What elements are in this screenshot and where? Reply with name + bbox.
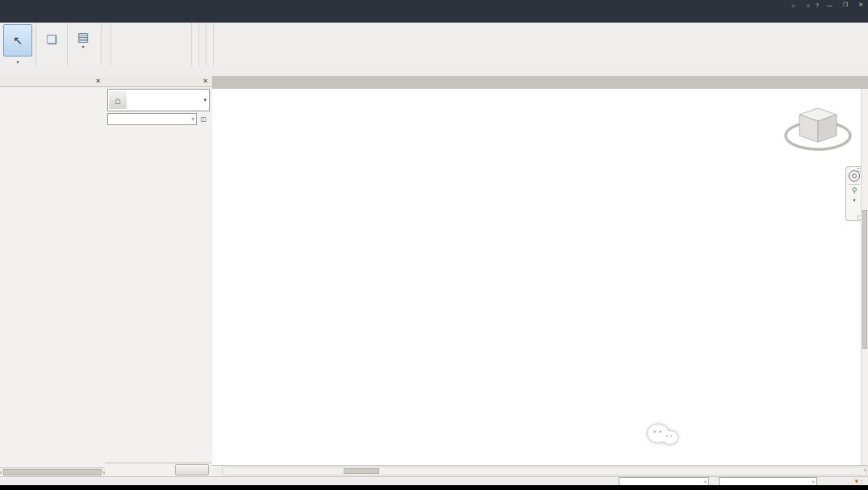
minimize-icon[interactable]: — xyxy=(824,2,835,8)
clipboard-panel-label xyxy=(68,57,101,66)
chevron-down-icon: ˅ xyxy=(191,116,194,122)
app-store-icon[interactable]: ⌂ xyxy=(807,2,810,8)
select-panel-label[interactable]: ▾ xyxy=(0,58,35,66)
chevron-down-icon: ▾ xyxy=(203,97,209,103)
create-panel xyxy=(207,23,214,66)
scrollbar-thumb[interactable] xyxy=(344,468,379,474)
measure-panel-label xyxy=(199,57,206,66)
select-panel: ↖ ▾ xyxy=(0,23,36,66)
scrollbar-thumb[interactable] xyxy=(3,469,101,475)
close-icon[interactable]: ✕ xyxy=(201,77,210,85)
properties-button[interactable]: ❏ xyxy=(40,24,64,55)
geometry-panel-label xyxy=(102,57,111,66)
view-panel-label xyxy=(192,57,198,66)
viewport-column: ⚲ ▾ xyxy=(212,76,868,476)
bottom-black-strip xyxy=(0,485,868,490)
modify-button[interactable]: ↖ xyxy=(3,24,32,57)
close-icon[interactable]: ✕ xyxy=(856,2,866,8)
paste-icon: ▤ xyxy=(77,31,89,44)
restore-icon[interactable]: ❐ xyxy=(841,2,850,8)
scroll-left-icon[interactable]: ‹ xyxy=(0,470,2,475)
full-navigation-wheel-icon[interactable] xyxy=(849,170,860,182)
revit-window: ⌕ ⌂ ? — ❐ ✕ ↖ ▾ ❏ xyxy=(0,0,868,490)
status-bar-right-icons: ▼: xyxy=(817,478,868,485)
3d-view-type-icon: ⌂ xyxy=(109,91,127,109)
ribbon-tab-bar xyxy=(0,10,868,23)
view-tab-bar xyxy=(212,76,868,89)
close-icon[interactable]: ✕ xyxy=(94,77,102,85)
view-panel xyxy=(192,23,199,66)
project-browser-panel: ✕ ‹ › xyxy=(0,76,106,476)
title-bar: ⌕ ⌂ ? — ❐ ✕ xyxy=(0,0,868,10)
geometry-panel xyxy=(102,23,111,66)
properties-icon: ❏ xyxy=(46,33,56,46)
scrollbar-thumb[interactable] xyxy=(862,210,867,349)
project-browser-hscrollbar[interactable]: ‹ › xyxy=(0,467,105,476)
scroll-right-icon[interactable]: › xyxy=(864,467,866,473)
project-browser-tree xyxy=(0,86,105,468)
modify-panel-label xyxy=(111,57,191,66)
selection-filter[interactable]: ▼: xyxy=(853,478,863,485)
edit-type-button[interactable]: ◫ xyxy=(198,115,210,124)
view-bottom-bar: › xyxy=(212,465,868,476)
filter-icon: ▼ xyxy=(853,478,860,485)
ribbon: ↖ ▾ ❏ ▤ ▾ xyxy=(0,23,868,67)
properties-panel: ✕ ⌂ ▾ ˅ ◫ xyxy=(105,76,213,476)
3d-model-canvas[interactable] xyxy=(212,89,868,465)
drawing-area[interactable]: ⚲ ▾ xyxy=(212,89,868,465)
properties-ribbon-panel: ❏ xyxy=(36,23,68,66)
view-cube[interactable] xyxy=(781,95,855,163)
vertical-scrollbar[interactable] xyxy=(861,89,868,465)
measure-panel xyxy=(199,23,207,66)
cursor-icon: ↖ xyxy=(13,35,23,47)
workspace: ✕ ‹ › ✕ ⌂ ▾ xyxy=(0,76,868,476)
apply-button[interactable] xyxy=(175,464,209,475)
horizontal-scrollbar[interactable]: › xyxy=(222,467,867,475)
modify-panel xyxy=(111,23,192,66)
paste-button[interactable]: ▤ ▾ xyxy=(71,24,95,55)
create-panel-label xyxy=(207,57,213,66)
search-icon[interactable]: ⌕ xyxy=(792,2,795,8)
clipboard-panel: ▤ ▾ xyxy=(68,23,102,66)
navbar-expand-icon[interactable]: ▾ xyxy=(853,197,855,203)
title-bar-right: ⌕ ⌂ ? — ❐ ✕ xyxy=(792,0,866,10)
zoom-icon[interactable]: ⚲ xyxy=(852,187,858,195)
type-selector[interactable]: ⌂ ▾ xyxy=(107,89,210,111)
instance-selector[interactable]: ˅ xyxy=(107,113,197,125)
properties-body: ⌂ ▾ ˅ ◫ xyxy=(105,86,212,463)
help-icon[interactable]: ? xyxy=(816,2,819,8)
properties-panel-label xyxy=(36,57,67,66)
edit-type-icon: ◫ xyxy=(200,115,207,123)
